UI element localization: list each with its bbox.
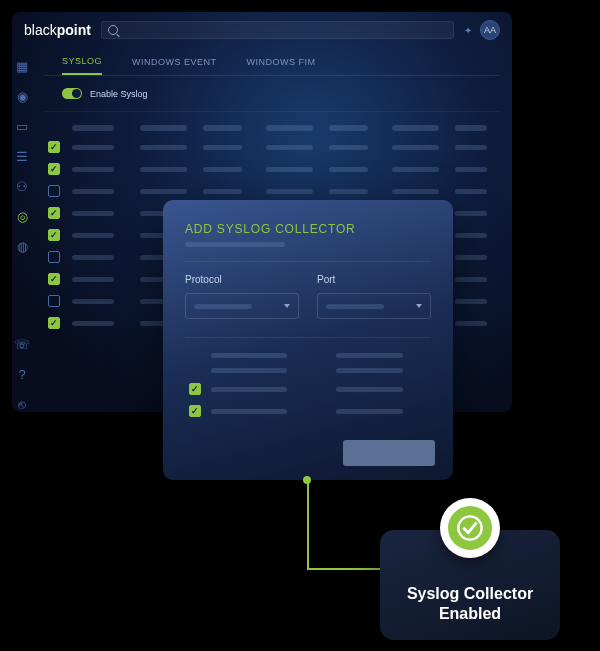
cell-placeholder — [72, 145, 114, 150]
nav-alerts-icon[interactable]: ◉ — [14, 88, 30, 104]
option-value-placeholder — [336, 409, 403, 414]
row-checkbox[interactable] — [48, 163, 60, 175]
nav-target-icon[interactable]: ◎ — [14, 208, 30, 224]
option-value-placeholder — [336, 368, 403, 373]
nav-logout-icon[interactable]: ⎋ — [14, 396, 30, 412]
select-value-placeholder — [194, 304, 252, 309]
option-checkbox[interactable] — [189, 405, 201, 417]
row-checkbox[interactable] — [48, 251, 60, 263]
cell-placeholder — [266, 189, 313, 194]
enable-syslog-row: Enable Syslog — [44, 76, 500, 112]
search-icon — [108, 25, 118, 35]
col-header — [203, 125, 242, 131]
brand-light: black — [24, 22, 57, 38]
option-row — [185, 378, 431, 400]
option-value-placeholder — [336, 387, 403, 392]
option-row — [185, 400, 431, 422]
modal-submit-button[interactable] — [343, 440, 435, 466]
protocol-label: Protocol — [185, 274, 299, 285]
option-row — [185, 348, 431, 363]
cell-placeholder — [455, 145, 487, 150]
checkmark-circle-icon — [448, 506, 492, 550]
option-row — [185, 363, 431, 378]
topbar: blackpoint ✦ AA — [12, 12, 512, 48]
row-checkbox[interactable] — [48, 185, 60, 197]
cell-placeholder — [72, 167, 114, 172]
avatar[interactable]: AA — [480, 20, 500, 40]
modal-title: ADD SYSLOG COLLECTOR — [185, 222, 431, 236]
port-select[interactable] — [317, 293, 431, 319]
table-row — [44, 180, 500, 202]
row-checkbox[interactable] — [48, 273, 60, 285]
cell-placeholder — [266, 167, 313, 172]
row-checkbox[interactable] — [48, 141, 60, 153]
nav-users-icon[interactable]: ⚇ — [14, 178, 30, 194]
enable-syslog-toggle[interactable] — [62, 88, 82, 99]
cell-placeholder — [455, 277, 487, 282]
table-row — [44, 158, 500, 180]
cell-placeholder — [266, 145, 313, 150]
sidenav: ▦ ◉ ▭ ☰ ⚇ ◎ ◍ ☏ ? ⎋ — [12, 48, 32, 412]
col-header — [392, 125, 439, 131]
tab-windows-event[interactable]: WINDOWS EVENT — [132, 48, 217, 75]
cell-placeholder — [72, 233, 114, 238]
nav-list-icon[interactable]: ☰ — [14, 148, 30, 164]
result-line2: Enabled — [439, 605, 501, 622]
topbar-right: ✦ AA — [464, 20, 500, 40]
cell-placeholder — [392, 189, 439, 194]
row-checkbox[interactable] — [48, 317, 60, 329]
table-header — [44, 120, 500, 136]
col-header — [72, 125, 114, 131]
search-input[interactable] — [101, 21, 454, 39]
cell-placeholder — [140, 189, 187, 194]
nav-devices-icon[interactable]: ▭ — [14, 118, 30, 134]
cell-placeholder — [203, 167, 242, 172]
svg-point-0 — [458, 516, 481, 539]
cell-placeholder — [72, 277, 114, 282]
brand-logo: blackpoint — [24, 22, 91, 38]
tab-windows-fim[interactable]: WINDOWS FIM — [247, 48, 316, 75]
option-label-placeholder — [211, 387, 287, 392]
nav-support-icon[interactable]: ☏ — [14, 336, 30, 352]
row-checkbox[interactable] — [48, 207, 60, 219]
cell-placeholder — [455, 299, 487, 304]
cell-placeholder — [140, 145, 187, 150]
result-line1: Syslog Collector — [407, 585, 533, 602]
cell-placeholder — [455, 255, 487, 260]
cell-placeholder — [72, 211, 114, 216]
cell-placeholder — [72, 189, 114, 194]
table-row — [44, 136, 500, 158]
option-label-placeholder — [211, 353, 287, 358]
modal-subtitle-placeholder — [185, 242, 285, 247]
cell-placeholder — [329, 189, 368, 194]
cell-placeholder — [203, 189, 242, 194]
divider — [185, 261, 431, 262]
cell-placeholder — [392, 167, 439, 172]
divider — [185, 337, 431, 338]
option-label-placeholder — [211, 409, 287, 414]
row-checkbox[interactable] — [48, 295, 60, 307]
cell-placeholder — [72, 299, 114, 304]
nav-globe-icon[interactable]: ◍ — [14, 238, 30, 254]
add-syslog-collector-modal: ADD SYSLOG COLLECTOR Protocol Port — [163, 200, 453, 480]
connector-line — [307, 480, 309, 570]
cell-placeholder — [455, 211, 487, 216]
col-header — [455, 125, 487, 131]
cell-placeholder — [455, 233, 487, 238]
chevron-down-icon — [284, 304, 290, 308]
row-checkbox[interactable] — [48, 229, 60, 241]
cell-placeholder — [392, 145, 439, 150]
option-label-placeholder — [211, 368, 287, 373]
cell-placeholder — [72, 255, 114, 260]
nav-help-icon[interactable]: ? — [14, 366, 30, 382]
nav-dashboard-icon[interactable]: ▦ — [14, 58, 30, 74]
tabs: SYSLOG WINDOWS EVENT WINDOWS FIM — [44, 48, 500, 76]
enable-syslog-label: Enable Syslog — [90, 89, 148, 99]
col-header — [329, 125, 368, 131]
option-checkbox[interactable] — [189, 383, 201, 395]
protocol-select[interactable] — [185, 293, 299, 319]
col-header — [266, 125, 313, 131]
tab-syslog[interactable]: SYSLOG — [62, 48, 102, 75]
star-icon[interactable]: ✦ — [464, 25, 472, 36]
chevron-down-icon — [416, 304, 422, 308]
